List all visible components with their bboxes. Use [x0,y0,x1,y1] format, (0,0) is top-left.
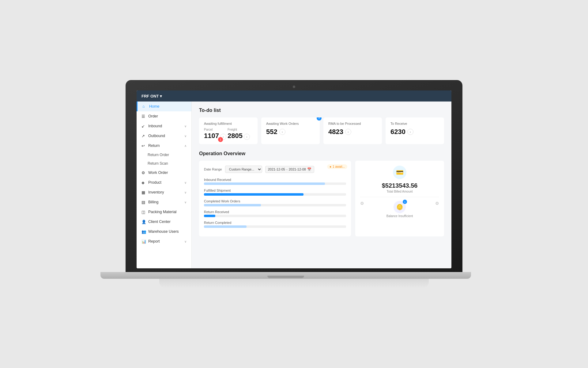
home-icon: ⌂ [142,104,147,109]
todo-cards: Awaiting fulfillment Parcel 1107 › 1 [199,117,444,144]
billing-amount: $5213543.56 [382,182,418,189]
sidebar-item-client-center[interactable]: 👤 Client Center [137,217,191,227]
bar-fill [204,225,247,228]
bar-fill [204,193,303,196]
sidebar-item-product[interactable]: ◈ Product ∨ [137,178,191,187]
sidebar-item-inventory[interactable]: ▦ Inventory ∨ [137,187,191,197]
freight-col: Freight 2805 [228,128,243,140]
bar-label: Return Received [204,210,346,214]
inventory-icon: ▦ [141,190,146,194]
chevron-down-icon: ∨ [184,134,187,138]
sidebar-sub-item-return-order[interactable]: Return Order [137,151,191,159]
sidebar-item-label: Return [148,144,160,148]
parcel-label: Parcel [204,128,219,131]
todo-card-to-receive[interactable]: To Receive 6230 › [386,117,444,144]
todo-card-work-orders[interactable]: Awaiting Work Orders 552 › 2 [261,117,320,144]
operation-chart-panel: ● 1 await... Date Range Custom Range... … [199,161,351,236]
sidebar-item-label: Inventory [148,190,164,194]
main-content: To-do list Awaiting fulfillment Parcel 1… [192,102,451,268]
laptop-camera [293,86,295,88]
badge-blue: 2 [317,117,322,121]
client-icon: 👤 [141,220,146,224]
arrow-icon[interactable]: › [279,129,285,135]
sidebar-item-work-order[interactable]: ⚙ Work Order [137,168,191,178]
sidebar-item-label: Billing [148,200,158,204]
chevron-down-icon: ∨ [184,240,187,243]
outbound-icon: ↗ [141,134,146,138]
badge-red: 1 [218,137,223,142]
bar-row-return-completed: Return Completed [204,221,346,228]
balance-label: Balance Insufficient [386,214,413,218]
return-icon: ↩ [141,144,146,148]
sidebar-item-outbound[interactable]: ↗ Outbound ∨ [137,131,191,141]
sidebar-item-label: Client Center [148,220,171,224]
bar-fill [204,204,261,206]
sidebar-item-return[interactable]: ↩ Return ∧ [137,141,191,151]
sidebar-sub-item-return-scan[interactable]: Return Scan [137,159,191,168]
bar-label: Fulfilled Shipment [204,189,346,192]
gear-icon-right[interactable]: ⚙ [435,201,439,206]
bar-fill [204,215,215,217]
sidebar-item-order[interactable]: ☰ Order [137,111,191,121]
date-from: 2021-12-05 [268,167,285,171]
chevron-down-icon: ∨ [184,125,187,128]
sidebar-item-packing-material[interactable]: ◫ Packing Material [137,207,191,217]
card-numbers: 552 › [266,128,315,136]
date-range-row: Date Range Custom Range... 2021-12-05 - … [204,166,346,173]
bar-row-return-received: Return Received [204,210,346,217]
card-numbers: 4823 › [328,128,377,136]
date-range-label: Date Range [204,167,222,171]
gear-icon-left[interactable]: ⚙ [360,201,364,206]
calendar-icon[interactable]: 📅 [307,167,311,171]
parcel-col: Parcel 1107 [204,128,219,140]
date-range-select[interactable]: Custom Range... [225,166,262,173]
coin-icon: 🪙 1 [394,201,406,213]
awaiting-badge: ● 1 await... [327,164,347,169]
divider [360,197,439,197]
laptop-screen-shell: FRF ONT ▾ ⌂ Home ☰ Order [126,80,462,272]
freight-arrow-icon[interactable]: › [244,134,250,140]
sidebar-item-inbound[interactable]: ↙ Inbound ∨ [137,121,191,131]
packing-icon: ◫ [141,210,146,214]
brand-label[interactable]: FRF ONT ▾ [141,94,162,98]
product-icon: ◈ [141,180,146,185]
arrow-icon[interactable]: › [345,129,351,135]
chevron-down-icon: ∨ [184,181,187,184]
balance-row: ⚙ 🪙 1 Balance Insufficient ⚙ [360,201,439,218]
card-number: 4823 [328,128,343,136]
bar-bg [204,215,346,217]
todo-card-fulfillment[interactable]: Awaiting fulfillment Parcel 1107 › 1 [199,117,258,144]
card-title: Awaiting fulfillment [204,122,253,125]
operation-title: Operation Overview [199,151,444,156]
laptop-reflection [159,279,429,288]
sidebar-item-label: Product [148,180,161,185]
awaiting-badge-text: 1 await... [333,165,345,168]
bar-bg [204,204,346,206]
card-numbers: 6230 › [390,128,439,136]
todo-title: To-do list [199,108,444,113]
bar-label: Inbound Received [204,178,346,182]
inbound-icon: ↙ [141,124,146,128]
sidebar-item-warehouse-users[interactable]: 👥 Warehouse Users [137,227,191,236]
todo-card-rma[interactable]: RMA to be Processed 4823 › [323,117,382,144]
users-icon: 👥 [141,229,146,234]
sidebar-item-label: Packing Material [148,210,176,214]
chevron-down-icon: ∧ [184,144,187,148]
date-to: 2021-12-08 [289,167,306,171]
card-number: 6230 [390,128,405,136]
sidebar-item-label: Report [148,239,160,243]
card-title: RMA to be Processed [328,122,377,125]
parcel-value: 1107 [204,132,219,140]
card-number: 552 [266,128,277,136]
bar-bg [204,182,346,185]
operation-section: ● 1 await... Date Range Custom Range... … [199,161,444,236]
arrow-icon[interactable]: › [407,129,413,135]
report-icon: 📊 [141,239,146,243]
sidebar-item-report[interactable]: 📊 Report ∨ [137,236,191,246]
laptop-base [100,272,471,279]
sidebar-item-home[interactable]: ⌂ Home [137,102,191,111]
freight-label: Freight [228,128,243,131]
bar-label: Return Completed [204,221,346,224]
sidebar-item-billing[interactable]: ▤ Billing ∨ [137,197,191,207]
arrow-icon[interactable]: › 1 [220,134,226,140]
